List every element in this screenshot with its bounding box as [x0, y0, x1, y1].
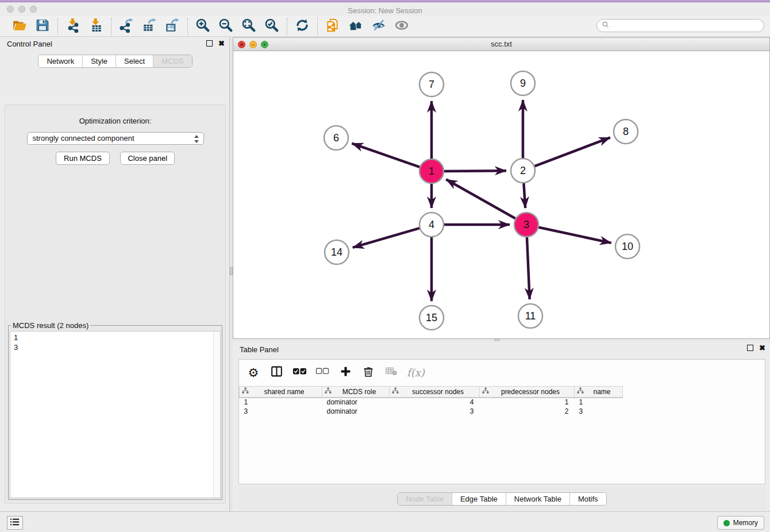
table-cell[interactable]: 3 [575, 407, 623, 416]
graph-node-4[interactable]: 4 [419, 213, 444, 237]
table-cell[interactable]: dominator [322, 407, 390, 416]
memory-label: Memory [733, 519, 758, 527]
tab-select[interactable]: Select [116, 55, 153, 67]
close-panel-button[interactable]: Close panel [120, 152, 175, 165]
control-panel-tabs: NetworkStyleSelectMCDS [38, 55, 192, 68]
graph-edge-2-8[interactable] [534, 137, 610, 167]
column-header-mcds-role[interactable]: MCDS role [322, 387, 390, 398]
graph-node-15[interactable]: 15 [419, 306, 444, 330]
close-panel-icon[interactable]: ✖ [218, 40, 225, 47]
column-header-shared-name[interactable]: shared name [240, 387, 322, 398]
network-canvas[interactable]: 7968124314101511 [233, 51, 769, 338]
graph-node-3[interactable]: 3 [514, 213, 538, 237]
node-label: 10 [622, 241, 633, 252]
graph-node-2[interactable]: 2 [511, 159, 535, 183]
export-table-button[interactable] [139, 18, 160, 35]
tab-network-table[interactable]: Network Table [506, 493, 569, 505]
graph-edge-3-10[interactable] [538, 227, 611, 243]
table-cell[interactable]: 3 [240, 407, 322, 416]
open-file-button[interactable] [9, 18, 30, 35]
select-all-icon [292, 365, 307, 380]
column-header-name[interactable]: name [575, 387, 623, 398]
graph-edge-1-2[interactable] [443, 171, 506, 171]
table-cell[interactable]: 1 [480, 398, 575, 407]
settings-button[interactable]: ⚙ [246, 364, 261, 380]
import-table-button[interactable] [86, 18, 106, 35]
memory-button[interactable]: Memory [717, 516, 764, 530]
graph-edge-3-1[interactable] [446, 179, 516, 219]
table-panel: Table Panel ✖ ⚙f(x) shared nameMCDS role… [233, 342, 770, 511]
maximize-icon[interactable] [261, 41, 268, 48]
show-all-button[interactable] [391, 18, 412, 35]
graph-node-11[interactable]: 11 [518, 304, 542, 328]
chevron-up-down-icon [193, 134, 200, 144]
table-cell[interactable]: dominator [322, 398, 390, 407]
hide-selected-button[interactable] [368, 18, 389, 35]
delete-table-button [384, 364, 399, 380]
graph-node-7[interactable]: 7 [419, 72, 444, 97]
tab-edge-table[interactable]: Edge Table [452, 493, 506, 505]
table-cell[interactable]: 2 [480, 407, 575, 416]
first-neighbors-button[interactable] [345, 18, 366, 35]
zoom-in-button[interactable] [192, 18, 213, 35]
result-scrollbar[interactable] [213, 331, 220, 498]
network-window-controls [238, 41, 268, 48]
minimize-icon[interactable] [249, 41, 257, 48]
add-row-icon [340, 365, 352, 379]
graph-edge-2-3[interactable] [523, 182, 525, 208]
horizontal-splitter-grip[interactable] [494, 339, 500, 341]
table-cell[interactable]: 1 [575, 398, 623, 407]
tab-style[interactable]: Style [82, 55, 116, 67]
criterion-select[interactable]: strongly connected component [27, 132, 204, 145]
add-row-button[interactable] [338, 364, 353, 380]
control-panel-title: Control Panel [1, 37, 229, 48]
node-label: 14 [331, 246, 342, 258]
search-field[interactable] [596, 19, 764, 32]
result-line: 3 [14, 342, 217, 352]
table-cell[interactable]: 4 [390, 398, 480, 407]
duplicate-network-button[interactable] [322, 18, 343, 35]
mcds-result-title: MCDS result (2 nodes) [11, 321, 90, 330]
graph-node-9[interactable]: 9 [511, 71, 535, 95]
zoom-out-button[interactable] [215, 18, 236, 35]
column-header-predecessor-nodes[interactable]: predecessor nodes [480, 387, 575, 398]
tab-node-table[interactable]: Node Table [398, 493, 452, 505]
network-window-titlebar[interactable]: scc.txt [233, 38, 769, 51]
export-network-button[interactable] [116, 18, 137, 35]
column-header-successor-nodes[interactable]: successor nodes [390, 387, 480, 398]
zoom-fit-button[interactable] [238, 18, 259, 35]
graph-node-1[interactable]: 1 [419, 159, 444, 183]
deselect-all-button[interactable] [315, 364, 330, 380]
float-panel-icon[interactable] [747, 345, 753, 351]
graph-edge-4-14[interactable] [353, 228, 421, 248]
table-cell[interactable]: 1 [240, 398, 322, 407]
mcds-result-text[interactable]: 13 [10, 331, 221, 498]
graph-node-10[interactable]: 10 [615, 234, 640, 259]
table-cell[interactable]: 3 [390, 407, 480, 416]
task-history-button[interactable] [7, 516, 23, 530]
tab-network[interactable]: Network [38, 55, 82, 67]
tab-mcds[interactable]: MCDS [153, 55, 191, 67]
show-all-icon [394, 18, 409, 34]
float-panel-icon[interactable] [206, 40, 213, 47]
save-session-button[interactable] [32, 18, 53, 35]
close-icon[interactable] [238, 41, 245, 48]
select-all-button[interactable] [292, 364, 307, 380]
graph-node-6[interactable]: 6 [324, 126, 348, 150]
run-mcds-button[interactable]: Run MCDS [56, 152, 110, 165]
delete-row-button[interactable] [361, 364, 376, 380]
export-image-button[interactable] [162, 18, 183, 35]
tab-motifs[interactable]: Motifs [569, 493, 606, 505]
graph-edge-3-11[interactable] [527, 236, 530, 299]
search-input[interactable] [613, 22, 759, 30]
graph-node-14[interactable]: 14 [325, 240, 349, 264]
columns-button[interactable] [269, 364, 284, 380]
deselect-all-icon [315, 365, 329, 380]
close-panel-icon[interactable]: ✖ [759, 345, 765, 351]
criterion-value: strongly connected component [33, 134, 134, 142]
graph-edge-1-6[interactable] [352, 144, 421, 168]
import-network-button[interactable] [63, 18, 83, 35]
zoom-selected-button[interactable] [261, 18, 282, 35]
graph-node-8[interactable]: 8 [614, 119, 638, 144]
refresh-layout-button[interactable] [292, 18, 313, 35]
